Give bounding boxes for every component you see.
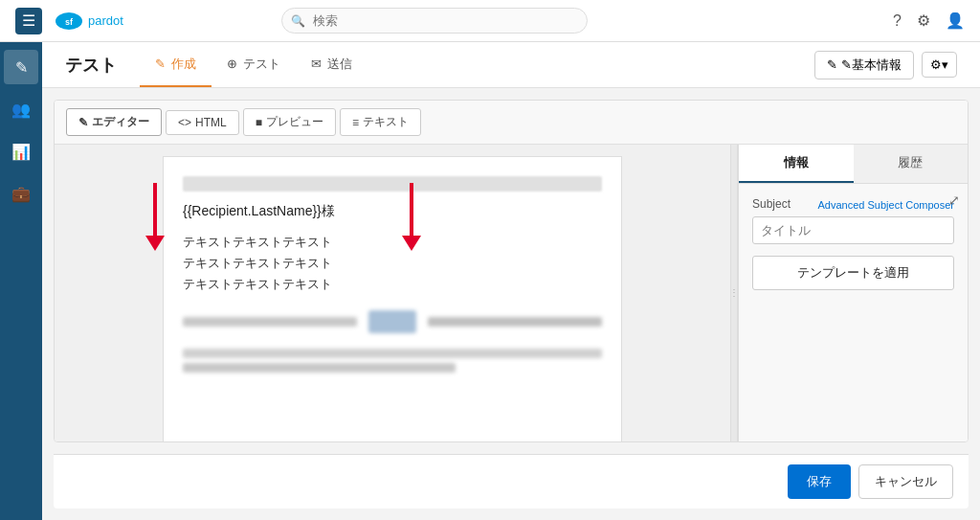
drag-handle[interactable]: ⋮ xyxy=(730,145,738,441)
content-area: テスト ✎ 作成 ⊕ テスト ✉ 送信 ✎ ✎基本情報 xyxy=(42,42,980,520)
page-header: テスト ✎ 作成 ⊕ テスト ✉ 送信 ✎ ✎基本情報 xyxy=(42,42,980,88)
sidebar-item-users[interactable]: 👥 xyxy=(4,92,38,126)
logo: sf pardot xyxy=(54,11,123,32)
html-tab-label: HTML xyxy=(195,116,227,129)
tab-test-icon: ⊕ xyxy=(227,57,237,71)
subject-composer-link[interactable]: Advanced Subject Composer xyxy=(818,199,954,211)
text-tab-icon: ≡ xyxy=(352,116,359,129)
html-tab-icon: <> xyxy=(178,116,191,129)
main-layout: ✎ 👥 📊 💼 テスト ✎ 作成 ⊕ テスト ✉ 送信 xyxy=(0,42,980,520)
tab-editor[interactable]: ✎ エディター xyxy=(66,108,162,136)
body-line-3: テキストテキストテキスト xyxy=(183,274,602,295)
pencil-icon: ✎ xyxy=(827,57,837,72)
user-icon[interactable]: 👤 xyxy=(946,11,965,30)
tab-html[interactable]: <> HTML xyxy=(166,110,239,135)
subject-header: Subject Advanced Subject Composer xyxy=(752,197,954,213)
page-header-actions: ✎ ✎基本情報 ⚙▾ xyxy=(814,51,957,79)
gear-settings-button[interactable]: ⚙▾ xyxy=(922,52,957,78)
expand-icon[interactable]: ⤢ xyxy=(948,192,960,208)
salesforce-logo-icon: sf xyxy=(54,11,84,32)
tab-send-label: 送信 xyxy=(327,56,352,73)
cta-section xyxy=(183,310,602,333)
basic-info-label: ✎基本情報 xyxy=(841,57,902,74)
cancel-button[interactable]: キャンセル xyxy=(858,464,953,499)
tab-create-label: 作成 xyxy=(171,56,196,73)
right-panel-content: Subject Advanced Subject Composer テンプレート… xyxy=(739,184,968,441)
tab-test-label: テスト xyxy=(243,56,280,73)
editor-tabs: ✎ エディター <> HTML ■ プレビュー ≡ テキスト xyxy=(55,101,968,145)
sidebar-item-edit[interactable]: ✎ xyxy=(4,50,38,84)
apply-template-button[interactable]: テンプレートを適用 xyxy=(752,256,954,290)
save-button[interactable]: 保存 xyxy=(788,464,851,499)
hamburger-button[interactable]: ☰ xyxy=(15,8,42,34)
settings-icon[interactable]: ⚙ xyxy=(917,11,930,30)
right-panel-tabs: 情報 履歴 xyxy=(739,145,968,184)
basic-info-button[interactable]: ✎ ✎基本情報 xyxy=(814,51,914,79)
editor-body: {{Recipient.LastName}}様 テキストテキストテキスト テキス… xyxy=(55,145,968,441)
email-preview[interactable]: {{Recipient.LastName}}様 テキストテキストテキスト テキス… xyxy=(55,145,730,441)
preview-tab-label: プレビュー xyxy=(266,114,323,130)
tab-create-icon: ✎ xyxy=(155,57,166,71)
tab-send-icon: ✉ xyxy=(311,57,322,71)
search-input[interactable] xyxy=(281,8,588,34)
email-recipient: {{Recipient.LastName}}様 xyxy=(183,203,602,220)
email-header-bar xyxy=(183,176,602,192)
tab-test[interactable]: ⊕ テスト xyxy=(212,42,296,87)
tab-text[interactable]: ≡ テキスト xyxy=(340,108,421,136)
history-tab[interactable]: 履歴 xyxy=(854,145,969,183)
editor-tab-label: エディター xyxy=(92,114,149,130)
footer: 保存 キャンセル xyxy=(54,454,969,509)
search-bar: 🔍 xyxy=(281,8,588,34)
info-tab[interactable]: 情報 xyxy=(739,145,854,183)
subject-input[interactable] xyxy=(752,216,954,244)
email-body-text: テキストテキストテキスト テキストテキストテキスト テキストテキストテキスト xyxy=(183,232,602,295)
tab-send[interactable]: ✉ 送信 xyxy=(296,42,368,87)
nav-actions: ? ⚙ 👤 xyxy=(893,11,965,30)
tab-create[interactable]: ✎ 作成 xyxy=(140,42,212,87)
help-icon[interactable]: ? xyxy=(893,12,902,30)
blurred-row-1 xyxy=(183,349,602,373)
body-line-1: テキストテキストテキスト xyxy=(183,232,602,253)
menu-icon: ☰ xyxy=(22,11,35,30)
svg-text:sf: sf xyxy=(65,17,74,27)
page-title: テスト xyxy=(65,54,117,77)
editor-tab-icon: ✎ xyxy=(78,116,88,129)
top-nav: ☰ sf pardot 🔍 ? ⚙ 👤 xyxy=(0,0,980,42)
preview-tab-icon: ■ xyxy=(256,116,262,129)
pardot-label: pardot xyxy=(88,13,123,28)
arrow-left-container xyxy=(145,183,165,251)
subject-label: Subject xyxy=(752,197,791,211)
gear-icon: ⚙▾ xyxy=(930,57,948,72)
body-line-2: テキストテキストテキスト xyxy=(183,253,602,274)
right-panel: 情報 履歴 Subject Advanced Subject Composer … xyxy=(738,145,968,441)
editor-container: ✎ エディター <> HTML ■ プレビュー ≡ テキスト xyxy=(54,100,969,442)
search-icon: 🔍 xyxy=(291,14,305,28)
sidebar-item-chart[interactable]: 📊 xyxy=(4,134,38,169)
sidebar: ✎ 👥 📊 💼 xyxy=(0,42,42,520)
text-tab-label: テキスト xyxy=(363,114,409,130)
email-canvas: {{Recipient.LastName}}様 テキストテキストテキスト テキス… xyxy=(163,156,622,441)
tab-preview[interactable]: ■ プレビュー xyxy=(243,108,336,136)
page-tabs: ✎ 作成 ⊕ テスト ✉ 送信 xyxy=(140,42,368,87)
sidebar-item-briefcase[interactable]: 💼 xyxy=(4,176,38,211)
